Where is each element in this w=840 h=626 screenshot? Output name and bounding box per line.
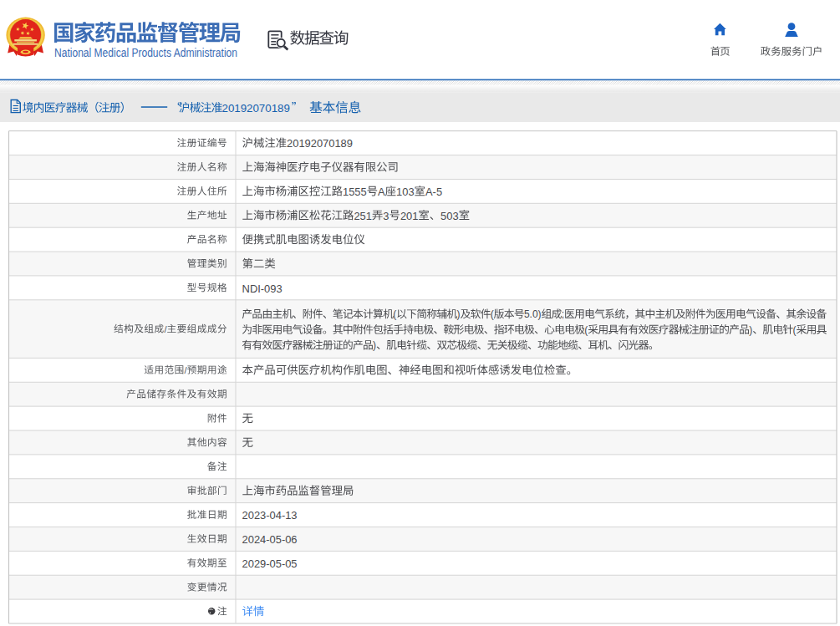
- svg-text:A-5: A-5: [425, 186, 442, 198]
- svg-text:A: A: [378, 186, 385, 198]
- svg-text:3: 3: [383, 210, 389, 222]
- svg-text:(: (: [793, 324, 797, 336]
- svg-text:20192070189: 20192070189: [222, 102, 290, 115]
- svg-text:NDI-093: NDI-093: [242, 282, 283, 295]
- svg-text:201: 201: [400, 210, 419, 222]
- svg-text:1555: 1555: [343, 186, 367, 198]
- svg-text:): ): [457, 308, 461, 320]
- svg-text:(: (: [491, 308, 494, 320]
- svg-text:(: (: [584, 324, 588, 336]
- svg-text:2023-04-13: 2023-04-13: [242, 509, 298, 522]
- svg-text:5.0): 5.0): [524, 308, 542, 320]
- svg-text:20192070189: 20192070189: [287, 137, 353, 150]
- svg-text:503: 503: [440, 210, 459, 222]
- svg-text:2024-05-06: 2024-05-06: [242, 533, 298, 546]
- svg-text:): ): [749, 324, 752, 336]
- svg-text:): ): [373, 339, 376, 351]
- svg-text:National Medical Products Admi: National Medical Products Administration: [54, 46, 237, 59]
- svg-text:;: ;: [562, 308, 564, 320]
- svg-text:(: (: [393, 308, 396, 320]
- svg-text:103: 103: [396, 186, 415, 198]
- svg-text:2029-05-05: 2029-05-05: [242, 557, 298, 570]
- svg-text:251: 251: [354, 210, 372, 222]
